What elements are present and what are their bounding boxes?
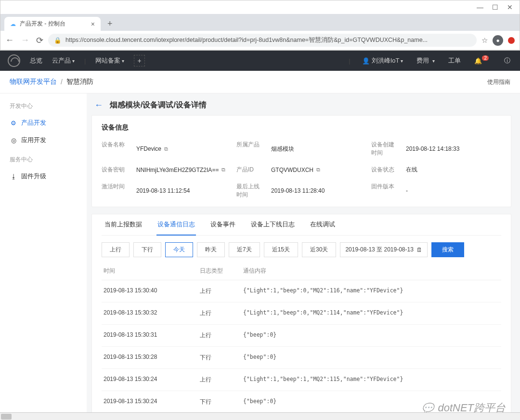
- log-panel: 当前上报数据设备通信日志设备事件设备上下线日志在线调试 上行下行今天昨天近7天近…: [91, 214, 511, 420]
- tab-0[interactable]: 当前上报数据: [104, 214, 143, 235]
- favicon-icon: ☁: [10, 21, 16, 27]
- info-title: 设备信息: [102, 123, 501, 132]
- tab-1[interactable]: 设备通信日志: [156, 214, 196, 236]
- breadcrumb-current: 智慧消防: [66, 78, 93, 86]
- log-row: 2019-08-13 15:30:32上行{"Light":1,"beep":0…: [102, 302, 501, 325]
- copy-icon[interactable]: ⧉: [316, 167, 320, 173]
- page-title: 烟感模块/设备调试/设备详情: [110, 100, 207, 110]
- filter-chip[interactable]: 上行: [102, 242, 130, 257]
- browser-chrome: — ☐ ✕ ☁ 产品开发 - 控制台 × + ← → ⟳ 🔒 https://c…: [0, 0, 520, 51]
- profile-icon[interactable]: ●: [493, 35, 503, 46]
- log-row: 2019-08-13 15:30:28下行{"beep":0}: [102, 347, 501, 369]
- sidebar-item-product-dev[interactable]: ⚙ 产品开发: [0, 114, 87, 131]
- info-item: 固件版本-: [371, 183, 501, 199]
- nav-overview[interactable]: 总览: [30, 56, 42, 65]
- sidebar-group-service: 服务中心: [0, 156, 87, 168]
- copy-icon[interactable]: ⧉: [164, 146, 168, 152]
- info-item: 设备状态在线: [371, 166, 501, 174]
- log-row: 2019-08-13 15:30:40上行{"Light":1,"beep":0…: [102, 280, 501, 302]
- breadcrumb-home[interactable]: 物联网开发平台: [10, 78, 57, 86]
- calendar-icon: 🗓: [416, 247, 422, 253]
- top-nav: 总览 云产品 | 网站备案 + | 👤 刘洪峰IoT 费用 工单 🔔2 ⓘ: [0, 51, 520, 71]
- window-controls: — ☐ ✕: [0, 0, 520, 14]
- info-item: 设备创建时间2019-08-12 14:18:33: [371, 141, 501, 157]
- user-icon: 👤: [362, 57, 370, 65]
- log-row: 2019-08-13 15:30:24上行{"Light":1,"beep":1…: [102, 369, 501, 391]
- sidebar-group-dev: 开发中心: [0, 102, 87, 114]
- tabs: 当前上报数据设备通信日志设备事件设备上下线日志在线调试: [102, 214, 501, 236]
- horizontal-scrollbar[interactable]: [0, 412, 520, 420]
- log-header-row: 时间 日志类型 通信内容: [102, 262, 501, 280]
- tab-bar: ☁ 产品开发 - 控制台 × +: [0, 14, 520, 31]
- bell-icon: 🔔: [474, 57, 482, 65]
- fee-menu[interactable]: 费用: [415, 56, 437, 65]
- reload-icon[interactable]: ⟳: [36, 35, 43, 46]
- tab-3[interactable]: 设备上下线日志: [250, 214, 296, 235]
- guide-link[interactable]: 使用指南: [487, 78, 510, 86]
- maximize-icon[interactable]: ☐: [492, 3, 498, 11]
- extension-icon[interactable]: [508, 37, 515, 44]
- tab-title: 产品开发 - 控制台: [20, 20, 65, 28]
- close-tab-icon[interactable]: ×: [91, 20, 95, 28]
- url-input[interactable]: 🔒 https://console.cloud.tencent.com/iote…: [48, 34, 477, 47]
- tab-4[interactable]: 在线调试: [309, 214, 336, 235]
- target-icon: ◎: [10, 136, 17, 144]
- back-button[interactable]: ←: [94, 100, 103, 110]
- tab-2[interactable]: 设备事件: [209, 214, 236, 235]
- breadcrumb: 物联网开发平台 / 智慧消防 使用指南: [0, 71, 520, 93]
- address-bar: ← → ⟳ 🔒 https://console.cloud.tencent.co…: [0, 31, 520, 50]
- gear-icon: ⚙: [10, 119, 17, 127]
- filter-chip[interactable]: 近15天: [264, 242, 298, 257]
- forward-icon[interactable]: →: [21, 35, 29, 46]
- filter-chip[interactable]: 今天: [165, 242, 193, 257]
- help-icon: ⓘ: [504, 56, 510, 65]
- url-text: https://console.cloud.tencent.com/iotexp…: [65, 36, 428, 44]
- back-icon[interactable]: ←: [5, 35, 14, 46]
- minimize-icon[interactable]: —: [477, 3, 483, 11]
- filter-bar: 上行下行今天昨天近7天近15天近30天2019-08-13 至 2019-08-…: [102, 242, 501, 257]
- user-menu[interactable]: 👤 刘洪峰IoT: [360, 56, 405, 65]
- log-row: 2019-08-13 15:30:31上行{"beep":0}: [102, 325, 501, 347]
- new-tab-button[interactable]: +: [104, 19, 116, 29]
- nav-products[interactable]: 云产品: [52, 56, 75, 65]
- sidebar-item-app-dev[interactable]: ◎ 应用开发: [0, 131, 87, 149]
- info-item: 最后上线时间2019-08-13 11:28:40: [236, 183, 366, 199]
- close-window-icon[interactable]: ✕: [507, 3, 513, 11]
- lock-icon: 🔒: [54, 37, 62, 44]
- main-content: ← 烟感模块/设备调试/设备详情 设备信息 设备名称YFDevice ⧉所属产品…: [87, 93, 520, 420]
- cloud-logo-icon[interactable]: [8, 54, 20, 67]
- filter-chip[interactable]: 昨天: [197, 242, 225, 257]
- date-range-input[interactable]: 2019-08-13 至 2019-08-13 🗓: [340, 242, 427, 257]
- info-item: 产品IDGTQVWDUXCH ⧉: [236, 166, 366, 174]
- copy-icon[interactable]: ⧉: [221, 167, 225, 173]
- add-shortcut-button[interactable]: +: [134, 55, 144, 66]
- download-icon: ⭳: [10, 172, 17, 180]
- sidebar: 开发中心 ⚙ 产品开发 ◎ 应用开发 服务中心 ⭳ 固件升级: [0, 93, 87, 420]
- filter-chip[interactable]: 下行: [133, 242, 161, 257]
- sidebar-item-firmware[interactable]: ⭳ 固件升级: [0, 168, 87, 185]
- device-info-panel: 设备信息 设备名称YFDevice ⧉所属产品烟感模块 设备创建时间2019-0…: [91, 115, 511, 207]
- notifications-button[interactable]: 🔔2: [472, 57, 493, 65]
- browser-tab[interactable]: ☁ 产品开发 - 控制台 ×: [4, 17, 101, 31]
- filter-chip[interactable]: 近7天: [229, 242, 260, 257]
- info-item: 设备名称YFDevice ⧉: [102, 141, 232, 157]
- info-item: 设备密钥NNIHmjLYe3mEH2Z9GTZ2IA== ⧉: [102, 166, 232, 174]
- log-row: 2019-08-13 15:30:24下行{"beep":0}: [102, 391, 501, 413]
- info-item: 所属产品烟感模块: [236, 141, 366, 157]
- order-link[interactable]: 工单: [446, 56, 463, 65]
- search-button[interactable]: 搜索: [431, 242, 464, 257]
- info-item: 激活时间2019-08-13 11:12:54: [102, 183, 232, 199]
- filter-chip[interactable]: 近30天: [302, 242, 336, 257]
- help-button[interactable]: ⓘ: [502, 56, 512, 65]
- star-icon[interactable]: ☆: [481, 36, 488, 45]
- nav-filing[interactable]: 网站备案: [95, 56, 124, 65]
